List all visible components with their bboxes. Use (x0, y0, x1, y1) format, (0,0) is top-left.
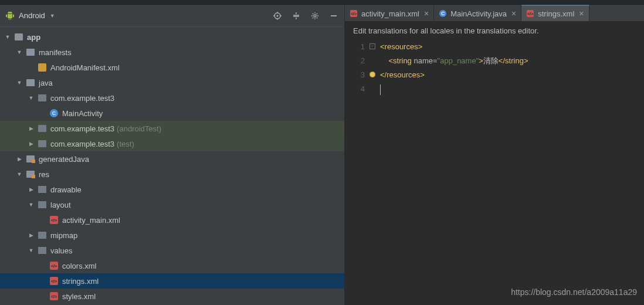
module-icon (14, 32, 23, 42)
android-icon (6, 11, 14, 21)
class-icon (49, 109, 59, 118)
folder-icon (26, 48, 35, 57)
svg-point-1 (277, 15, 279, 16)
xml-icon (49, 276, 59, 286)
code-editor[interactable]: 1 2 3 4 − <resources> <string name="app_… (345, 40, 644, 305)
tree-node-layout[interactable]: ▼layout (0, 197, 344, 212)
tree-node-pkg-test[interactable]: ▶com.example.test3(test) (0, 136, 344, 151)
sidebar-header: Android ▼ (0, 5, 344, 27)
folder-icon (26, 78, 35, 87)
tab-activity-main[interactable]: activity_main.xml × (345, 5, 434, 21)
tree-node-activity-main-xml[interactable]: ▶activity_main.xml (0, 212, 344, 228)
watermark: https://blog.csdn.net/a2009a11a29 (511, 287, 637, 297)
project-tree: ▼app ▼manifests ▶AndroidManifest.xml ▼ja… (0, 27, 344, 305)
xml-icon (49, 215, 59, 225)
tree-node-res[interactable]: ▼res (0, 167, 344, 182)
tab-label: strings.xml (538, 9, 574, 18)
tree-node-manifest-file[interactable]: ▶AndroidManifest.xml (0, 60, 344, 75)
package-icon (38, 93, 47, 103)
close-icon[interactable]: × (511, 9, 516, 18)
tree-node-pkg-main[interactable]: ▼com.example.test3 (0, 90, 344, 106)
folder-icon (38, 185, 47, 194)
tree-node-colors-xml[interactable]: ▶colors.xml (0, 258, 344, 273)
tree-node-styles-xml[interactable]: ▶styles.xml (0, 289, 344, 304)
sidebar-title[interactable]: Android (19, 11, 45, 20)
tab-label: MainActivity.java (450, 9, 507, 18)
xml-icon (350, 9, 358, 18)
svg-point-2 (314, 15, 316, 17)
folder-icon (38, 246, 47, 255)
translations-hint[interactable]: Edit translations for all locales in the… (345, 22, 644, 40)
editor-area: activity_main.xml × MainActivity.java × … (345, 5, 644, 305)
folder-icon (38, 231, 47, 240)
close-icon[interactable]: × (424, 9, 429, 18)
package-icon (38, 124, 47, 133)
tree-node-drawable[interactable]: ▶drawable (0, 182, 344, 197)
project-sidebar: Android ▼ ▼app ▼manifests ▶AndroidManife… (0, 5, 345, 305)
chevron-down-icon[interactable]: ▼ (50, 13, 55, 19)
class-icon (439, 9, 447, 18)
package-icon (38, 139, 47, 148)
tab-main-activity[interactable]: MainActivity.java × (434, 5, 521, 21)
tab-strings-xml[interactable]: strings.xml × (521, 5, 589, 21)
bulb-icon[interactable] (370, 72, 375, 77)
tree-node-pkg-android-test[interactable]: ▶com.example.test3(androidTest) (0, 121, 344, 136)
xml-icon (526, 9, 534, 18)
minimize-icon[interactable] (329, 11, 338, 21)
tab-label: activity_main.xml (361, 9, 419, 18)
top-strip (0, 0, 644, 5)
caret (380, 84, 381, 95)
tree-node-strings-xml[interactable]: ▶strings.xml (0, 273, 344, 289)
folder-icon (26, 170, 35, 179)
collapse-icon[interactable] (292, 11, 301, 21)
tree-node-mipmap[interactable]: ▶mipmap (0, 228, 344, 243)
editor-tab-bar: activity_main.xml × MainActivity.java × … (345, 5, 644, 22)
tree-node-java[interactable]: ▼java (0, 75, 344, 90)
fold-marker-icon[interactable]: − (370, 43, 375, 49)
tree-node-manifests[interactable]: ▼manifests (0, 45, 344, 60)
line-gutter: 1 2 3 4 − (345, 40, 377, 305)
gear-icon[interactable] (310, 11, 320, 21)
xml-icon (49, 261, 59, 270)
code-content[interactable]: <resources> <string name="app_name">清除</… (377, 40, 644, 305)
tree-node-values[interactable]: ▼values (0, 243, 344, 258)
close-icon[interactable]: × (579, 9, 584, 18)
tree-node-main-activity[interactable]: ▶MainActivity (0, 106, 344, 121)
folder-icon (38, 200, 47, 209)
target-icon[interactable] (273, 11, 282, 21)
xml-icon (49, 292, 59, 301)
tree-node-app[interactable]: ▼app (0, 29, 344, 45)
tree-node-generated-java[interactable]: ▶generatedJava (0, 151, 344, 167)
manifest-icon (38, 63, 47, 72)
folder-icon (26, 154, 35, 164)
